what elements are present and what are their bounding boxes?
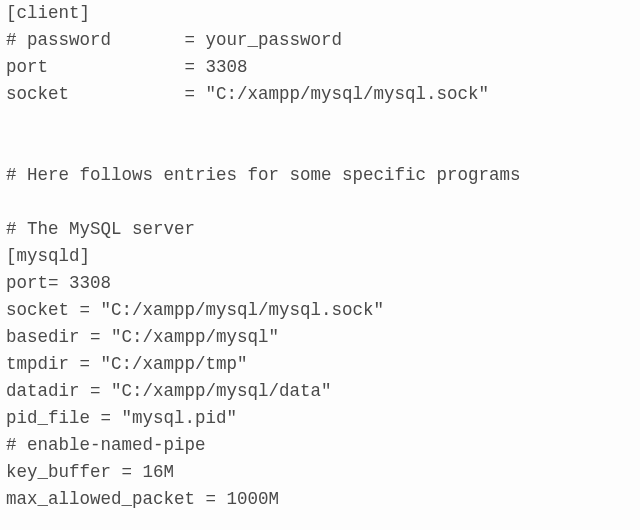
config-file-text: [client] # password = your_password port… (0, 0, 640, 513)
